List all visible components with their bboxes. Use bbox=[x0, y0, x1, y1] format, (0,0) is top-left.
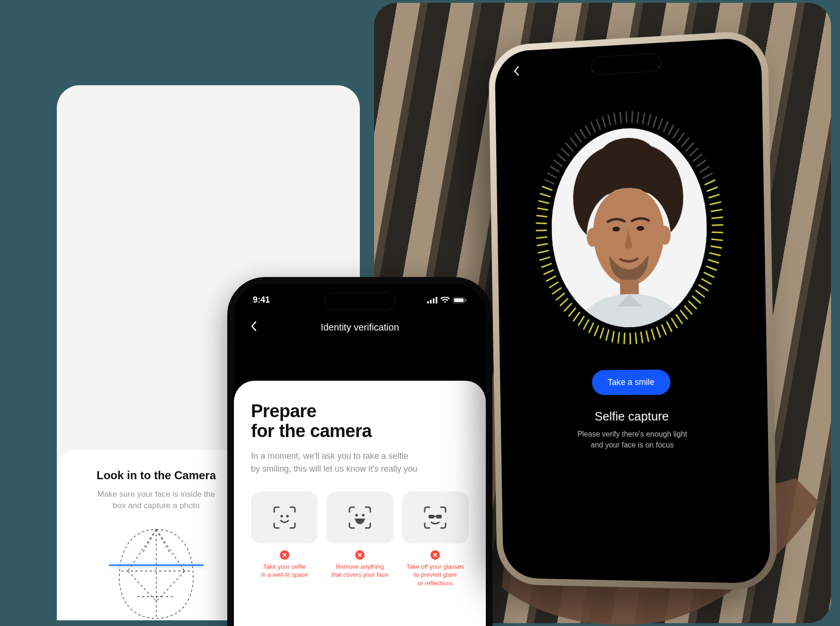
svg-line-48 bbox=[696, 290, 705, 297]
svg-line-67 bbox=[600, 328, 604, 338]
phone-notch bbox=[590, 53, 661, 75]
face-smile-scan-icon bbox=[251, 492, 318, 544]
tip-caption: Take your selfie in a well-lit space bbox=[251, 563, 318, 579]
error-badge-icon bbox=[355, 550, 365, 560]
svg-line-47 bbox=[699, 285, 708, 291]
svg-line-75 bbox=[560, 299, 568, 306]
content-sheet: Prepare for the camera In a moment, we'l… bbox=[234, 381, 486, 626]
svg-line-58 bbox=[652, 330, 654, 340]
face-mask-scan-icon bbox=[326, 492, 393, 544]
svg-line-16 bbox=[637, 112, 639, 123]
svg-line-15 bbox=[632, 112, 633, 122]
svg-line-104 bbox=[591, 122, 595, 132]
svg-line-70 bbox=[583, 320, 589, 329]
svg-line-20 bbox=[658, 119, 662, 129]
battery-icon bbox=[453, 297, 467, 304]
look-into-camera-panel: Look in to the Camera Make sure your fac… bbox=[57, 450, 256, 620]
svg-line-68 bbox=[594, 326, 599, 335]
svg-line-39 bbox=[712, 232, 723, 233]
chevron-left-icon bbox=[250, 321, 258, 332]
svg-line-45 bbox=[705, 272, 714, 277]
cellular-icon bbox=[427, 297, 438, 304]
back-button[interactable] bbox=[250, 321, 258, 335]
selfie-capture-heading: Selfie capture bbox=[500, 409, 768, 424]
tips-row: Take your selfie in a well-lit space Rem… bbox=[251, 492, 469, 588]
svg-rect-12 bbox=[436, 515, 442, 519]
svg-line-101 bbox=[575, 134, 581, 143]
svg-line-92 bbox=[543, 186, 552, 190]
svg-line-46 bbox=[702, 279, 711, 285]
svg-line-87 bbox=[536, 223, 546, 224]
svg-line-34 bbox=[709, 195, 719, 198]
svg-line-72 bbox=[573, 313, 580, 321]
svg-line-49 bbox=[692, 296, 700, 303]
phone-identity-verification: 9:41 Identity verification Prepare bbox=[227, 277, 492, 626]
back-button[interactable] bbox=[513, 65, 520, 79]
svg-line-73 bbox=[569, 308, 575, 316]
svg-line-95 bbox=[551, 166, 559, 172]
svg-line-43 bbox=[708, 259, 718, 263]
svg-line-86 bbox=[536, 230, 546, 231]
look-title: Look in to the Camera bbox=[76, 469, 237, 482]
svg-line-31 bbox=[703, 173, 712, 179]
tip-caption: Take off your glasses to prevent glare o… bbox=[402, 563, 469, 588]
svg-line-30 bbox=[700, 167, 709, 172]
svg-line-91 bbox=[541, 193, 550, 197]
svg-line-29 bbox=[697, 160, 706, 166]
svg-line-88 bbox=[537, 215, 547, 217]
svg-line-69 bbox=[589, 323, 594, 332]
svg-line-27 bbox=[690, 148, 698, 155]
svg-line-100 bbox=[571, 138, 577, 147]
take-smile-button[interactable]: Take a smile bbox=[592, 369, 670, 395]
scan-line bbox=[109, 564, 204, 566]
screen-title: Identity verification bbox=[321, 322, 399, 333]
svg-line-108 bbox=[614, 113, 616, 124]
svg-line-89 bbox=[538, 208, 548, 210]
phone-notch bbox=[324, 292, 395, 310]
svg-point-9 bbox=[355, 514, 358, 517]
svg-line-107 bbox=[608, 115, 611, 125]
svg-line-38 bbox=[712, 225, 723, 225]
svg-line-96 bbox=[554, 160, 562, 167]
svg-line-76 bbox=[556, 294, 564, 300]
svg-line-55 bbox=[667, 322, 671, 331]
svg-line-60 bbox=[641, 332, 643, 343]
prepare-subtitle: In a moment, we'll ask you to take a sel… bbox=[251, 450, 469, 475]
svg-rect-6 bbox=[465, 299, 467, 301]
svg-line-37 bbox=[712, 217, 723, 218]
status-time: 9:41 bbox=[253, 295, 270, 305]
svg-line-90 bbox=[539, 201, 548, 204]
chevron-left-icon bbox=[513, 65, 520, 76]
svg-line-18 bbox=[648, 115, 651, 125]
svg-line-28 bbox=[694, 154, 702, 161]
svg-line-36 bbox=[711, 210, 722, 212]
svg-line-56 bbox=[662, 325, 666, 335]
svg-line-94 bbox=[547, 173, 556, 179]
svg-line-71 bbox=[579, 316, 584, 325]
svg-line-83 bbox=[538, 250, 548, 253]
svg-rect-0 bbox=[427, 301, 429, 304]
svg-line-97 bbox=[558, 154, 565, 161]
svg-line-66 bbox=[606, 330, 609, 340]
svg-line-51 bbox=[685, 306, 692, 314]
svg-line-23 bbox=[673, 129, 679, 138]
svg-line-80 bbox=[544, 270, 554, 274]
svg-line-40 bbox=[712, 239, 722, 241]
svg-point-8 bbox=[286, 515, 289, 518]
svg-line-84 bbox=[537, 244, 547, 245]
svg-line-65 bbox=[612, 331, 614, 342]
svg-line-106 bbox=[602, 117, 605, 127]
svg-line-22 bbox=[668, 125, 673, 135]
svg-line-77 bbox=[553, 288, 561, 294]
svg-point-10 bbox=[362, 514, 365, 517]
svg-line-57 bbox=[657, 327, 660, 337]
svg-line-79 bbox=[546, 276, 555, 281]
tip-well-lit: Take your selfie in a well-lit space bbox=[251, 492, 318, 588]
svg-line-24 bbox=[678, 134, 684, 142]
svg-line-42 bbox=[710, 253, 720, 256]
tip-caption: Remove anything that covers your face bbox=[326, 563, 393, 579]
selfie-capture-ring bbox=[525, 100, 734, 352]
svg-line-82 bbox=[540, 257, 549, 260]
svg-line-41 bbox=[711, 246, 722, 248]
svg-rect-3 bbox=[436, 297, 438, 304]
